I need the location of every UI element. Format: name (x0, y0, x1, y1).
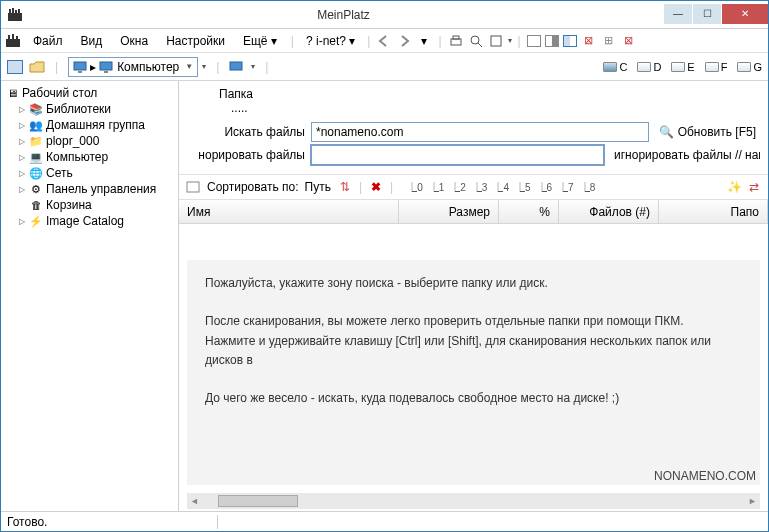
back-icon[interactable] (376, 33, 392, 49)
dropdown-icon[interactable]: ▾ (508, 36, 512, 45)
tree-network[interactable]: ▷🌐Сеть (3, 165, 176, 181)
split-icon[interactable]: ⊞ (601, 33, 617, 49)
app-menu-icon[interactable] (5, 33, 21, 49)
svg-rect-8 (16, 36, 18, 39)
tree-libraries[interactable]: ▷📚Библиотеки (3, 101, 176, 117)
tree-recycle[interactable]: 🗑Корзина (3, 197, 176, 213)
menu-settings[interactable]: Настройки (158, 31, 233, 51)
drive-view-icon[interactable] (229, 59, 245, 75)
column-headers: Имя Размер % Файлов (#) Папо (179, 200, 768, 224)
svg-rect-13 (491, 36, 501, 46)
drive-g[interactable]: G (737, 61, 762, 73)
menu-separator: | (291, 34, 294, 48)
refresh-button[interactable]: 🔍 Обновить [F5] (655, 125, 760, 139)
ignore-input[interactable] (311, 145, 604, 165)
maximize-button[interactable]: ☐ (693, 4, 721, 24)
menu-more[interactable]: Ещё ▾ (235, 31, 285, 51)
depth-1[interactable]: ⎿1 (429, 182, 445, 193)
drive-c[interactable]: C (603, 61, 627, 73)
print-icon[interactable] (448, 33, 464, 49)
expand-icon[interactable]: ▷ (17, 137, 26, 146)
status-separator (217, 515, 218, 529)
depth-8[interactable]: ⎿8 (580, 182, 596, 193)
combo-dropdown-icon[interactable]: ▼ (179, 62, 193, 71)
minimize-button[interactable]: — (664, 4, 692, 24)
combo-history-icon[interactable]: ▾ (202, 62, 206, 71)
layout2-icon[interactable] (545, 35, 559, 47)
depth-7[interactable]: ⎿7 (558, 182, 574, 193)
search-icon[interactable] (468, 33, 484, 49)
svg-rect-2 (12, 8, 14, 13)
col-percent[interactable]: % (499, 200, 559, 223)
close-left-icon[interactable]: ⊠ (581, 33, 597, 49)
monitor-icon (73, 60, 87, 74)
expand-icon[interactable]: ▷ (17, 153, 26, 162)
message-area: Пожалуйста, укажите зону поиска - выбери… (187, 260, 760, 485)
sort-dir-icon[interactable]: ⇅ (337, 179, 353, 195)
svg-rect-6 (8, 35, 10, 39)
expand-icon[interactable]: ▷ (17, 121, 26, 130)
drive-f[interactable]: F (705, 61, 728, 73)
col-files[interactable]: Файлов (#) (559, 200, 659, 223)
expand-icon[interactable]: ▷ (17, 217, 26, 226)
tree-user[interactable]: ▷📁plopr_000 (3, 133, 176, 149)
svg-rect-10 (453, 36, 459, 39)
export-icon[interactable] (488, 33, 504, 49)
drive-e[interactable]: E (671, 61, 694, 73)
toolbar-separator: | (216, 60, 219, 74)
forward-icon[interactable] (396, 33, 412, 49)
scroll-left-icon[interactable]: ◄ (187, 496, 202, 506)
tree-catalog[interactable]: ▷⚡Image Catalog (3, 213, 176, 229)
sort-icon[interactable] (185, 179, 201, 195)
scroll-right-icon[interactable]: ► (745, 496, 760, 506)
close-button[interactable]: ✕ (722, 4, 768, 24)
layout1-icon[interactable] (527, 35, 541, 47)
location-combo[interactable]: ▸ Компьютер ▼ (68, 57, 198, 77)
col-name[interactable]: Имя (179, 200, 399, 223)
history-icon[interactable]: ▾ (416, 33, 432, 49)
scrollbar-thumb[interactable] (218, 495, 298, 507)
tree-control[interactable]: ▷⚙Панель управления (3, 181, 176, 197)
sort-by[interactable]: Путь (305, 180, 331, 194)
wand-icon[interactable]: ✨ (726, 179, 742, 195)
close-right-icon[interactable]: ⊠ (621, 33, 637, 49)
tree-homegroup[interactable]: ▷👥Домашняя группа (3, 117, 176, 133)
recycle-icon: 🗑 (29, 198, 43, 212)
action-toolbar: ▾ (448, 33, 512, 49)
window-title: MeinPlatz (23, 8, 664, 22)
tree-desktop[interactable]: 🖥Рабочий стол (3, 85, 176, 101)
find-input[interactable] (311, 122, 649, 142)
col-size[interactable]: Размер (399, 200, 499, 223)
drive-dropdown-icon[interactable]: ▾ (251, 62, 255, 71)
depth-3[interactable]: ⎿3 (472, 182, 488, 193)
view-list-icon[interactable] (7, 60, 23, 74)
folder-up-icon[interactable] (29, 59, 45, 75)
swap-icon[interactable]: ⇄ (746, 179, 762, 195)
menu-view[interactable]: Вид (73, 31, 111, 51)
depth-6[interactable]: ⎿6 (537, 182, 553, 193)
depth-4[interactable]: ⎿4 (493, 182, 509, 193)
menu-inet[interactable]: ? i-net? ▾ (300, 31, 361, 51)
computer-icon: 💻 (29, 150, 43, 164)
expand-icon[interactable]: ▷ (17, 185, 26, 194)
svg-rect-1 (9, 9, 11, 13)
menu-windows[interactable]: Окна (112, 31, 156, 51)
delete-icon[interactable]: ✖ (368, 179, 384, 195)
tree-computer[interactable]: ▷💻Компьютер (3, 149, 176, 165)
ignore-hint: игнорировать файлы // нап (610, 148, 760, 162)
menu-file[interactable]: Файл (25, 31, 71, 51)
expand-icon[interactable]: ▷ (17, 105, 26, 114)
depth-5[interactable]: ⎿5 (515, 182, 531, 193)
expand-icon[interactable]: ▷ (17, 169, 26, 178)
depth-0[interactable]: ⎿0 (407, 182, 423, 193)
path-label: Папка (219, 87, 760, 101)
drive-d[interactable]: D (637, 61, 661, 73)
layout-toolbar: ⊠ ⊞ ⊠ (527, 33, 637, 49)
depth-2[interactable]: ⎿2 (450, 182, 466, 193)
col-folders[interactable]: Папо (659, 200, 768, 223)
svg-rect-0 (8, 13, 22, 21)
sort-toolbar: Сортировать по: Путь ⇅ | ✖ | ⎿0 ⎿1 ⎿2 ⎿3… (179, 174, 768, 200)
nav-toolbar: ▾ (376, 33, 432, 49)
horizontal-scrollbar[interactable]: ◄ ► (187, 493, 760, 509)
layout3-icon[interactable] (563, 35, 577, 47)
